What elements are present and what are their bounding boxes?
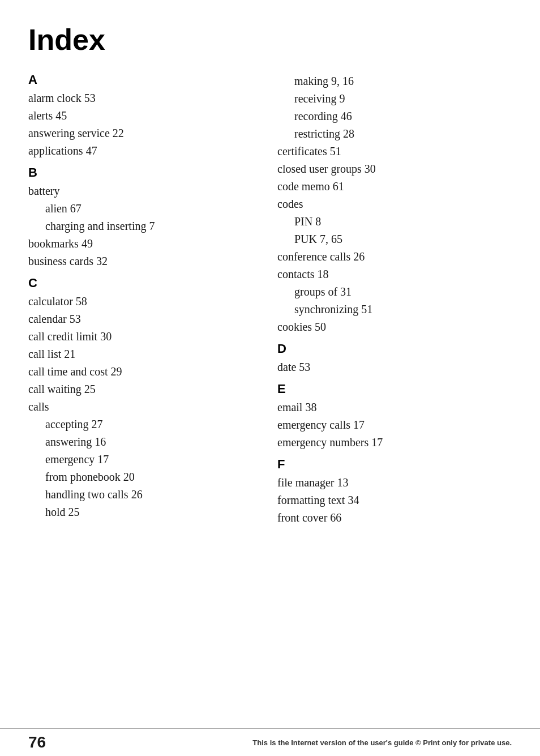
list-item: call time and cost 29 xyxy=(28,363,249,381)
list-item: from phonebook 20 xyxy=(28,468,249,486)
letter-b: B xyxy=(28,165,249,180)
list-item: synchronizing 51 xyxy=(277,301,512,318)
section-b: B battery alien 67 charging and insertin… xyxy=(28,165,249,270)
list-item: alien 67 xyxy=(28,200,249,217)
list-item: codes xyxy=(277,195,512,213)
list-item: answering service 22 xyxy=(28,125,249,142)
list-item: call credit limit 30 xyxy=(28,328,249,345)
list-item: calculator 58 xyxy=(28,293,249,310)
list-item: business cards 32 xyxy=(28,253,249,270)
list-item: hold 25 xyxy=(28,503,249,521)
list-item: calls xyxy=(28,398,249,416)
list-item: code memo 61 xyxy=(277,178,512,195)
footer-note: This is the Internet version of the user… xyxy=(252,738,512,747)
section-e: E email 38 emergency calls 17 emergency … xyxy=(277,382,512,451)
list-item: call list 21 xyxy=(28,345,249,363)
list-item: recording 46 xyxy=(277,108,512,125)
list-item: emergency 17 xyxy=(28,451,249,468)
list-item: call waiting 25 xyxy=(28,381,249,398)
section-a: A alarm clock 53 alerts 45 answering ser… xyxy=(28,72,249,160)
list-item: accepting 27 xyxy=(28,416,249,433)
letter-a: A xyxy=(28,72,249,87)
list-item: conference calls 26 xyxy=(277,248,512,266)
section-d: D date 53 xyxy=(277,341,512,376)
list-item: restricting 28 xyxy=(277,125,512,143)
left-column: A alarm clock 53 alerts 45 answering ser… xyxy=(28,72,266,532)
page-title: Index xyxy=(28,23,512,57)
letter-f: F xyxy=(277,457,512,472)
list-item: PUK 7, 65 xyxy=(277,230,512,248)
list-item: file manager 13 xyxy=(277,474,512,492)
list-item: receiving 9 xyxy=(277,90,512,108)
list-item: certificates 51 xyxy=(277,143,512,160)
list-item: formatting text 34 xyxy=(277,492,512,509)
list-item: bookmarks 49 xyxy=(28,235,249,253)
list-item: battery xyxy=(28,182,249,200)
columns-container: A alarm clock 53 alerts 45 answering ser… xyxy=(28,72,512,532)
list-item: date 53 xyxy=(277,358,512,376)
list-item: front cover 66 xyxy=(277,509,512,527)
section-f: F file manager 13 formatting text 34 fro… xyxy=(277,457,512,527)
list-item: PIN 8 xyxy=(277,213,512,230)
section-c: C calculator 58 calendar 53 call credit … xyxy=(28,276,249,521)
right-column: making 9, 16 receiving 9 recording 46 re… xyxy=(266,72,512,532)
list-item: calendar 53 xyxy=(28,310,249,328)
letter-c: C xyxy=(28,276,249,291)
list-item: cookies 50 xyxy=(277,318,512,336)
list-item: alerts 45 xyxy=(28,107,249,125)
calls-continuation: making 9, 16 receiving 9 recording 46 re… xyxy=(277,72,512,336)
list-item: applications 47 xyxy=(28,142,249,160)
list-item: making 9, 16 xyxy=(277,72,512,90)
list-item: contacts 18 xyxy=(277,266,512,283)
letter-e: E xyxy=(277,382,512,396)
list-item: closed user groups 30 xyxy=(277,160,512,178)
list-item: emergency calls 17 xyxy=(277,416,512,434)
footer: 76 This is the Internet version of the u… xyxy=(0,728,540,756)
list-item: alarm clock 53 xyxy=(28,89,249,107)
list-item: charging and inserting 7 xyxy=(28,217,249,235)
page-content: Index A alarm clock 53 alerts 45 answeri… xyxy=(0,0,540,566)
list-item: email 38 xyxy=(277,399,512,416)
list-item: groups of 31 xyxy=(277,283,512,301)
list-item: answering 16 xyxy=(28,433,249,451)
letter-d: D xyxy=(277,341,512,356)
list-item: emergency numbers 17 xyxy=(277,434,512,451)
page-number: 76 xyxy=(28,733,46,751)
list-item: handling two calls 26 xyxy=(28,486,249,503)
